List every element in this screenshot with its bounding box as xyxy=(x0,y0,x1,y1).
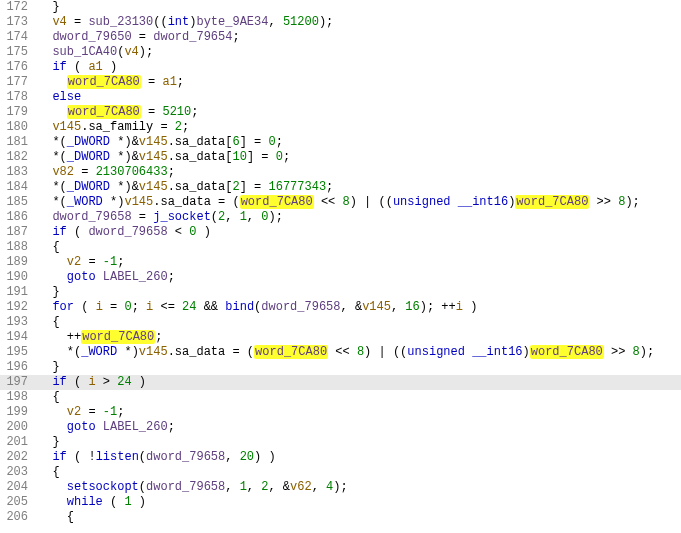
token-op: ; xyxy=(177,75,184,89)
line-number: 201 xyxy=(0,435,34,450)
token-op: *)& xyxy=(110,150,139,164)
token-num: 8 xyxy=(343,195,350,209)
line-number: 181 xyxy=(0,135,34,150)
code-line[interactable]: 199 v2 = -1; xyxy=(0,405,681,420)
token-op: ] = xyxy=(247,150,276,164)
code-line[interactable]: 203 { xyxy=(0,465,681,480)
line-number: 180 xyxy=(0,120,34,135)
code-line[interactable]: 202 if ( !listen(dword_79658, 20) ) xyxy=(0,450,681,465)
code-line[interactable]: 180 v145.sa_family = 2; xyxy=(0,120,681,135)
token-num: 1 xyxy=(240,210,247,224)
code-line[interactable]: 189 v2 = -1; xyxy=(0,255,681,270)
token-lvar: v145 xyxy=(52,120,81,134)
token-gvar: dword_79650 xyxy=(52,30,131,44)
token-op: ; xyxy=(232,30,239,44)
code-line[interactable]: 182 *(_DWORD *)&v145.sa_data[10] = 0; xyxy=(0,150,681,165)
token-op: ) xyxy=(103,60,117,74)
token-op: *( xyxy=(52,150,66,164)
code-line[interactable]: 172 } xyxy=(0,0,681,15)
line-number: 199 xyxy=(0,405,34,420)
code-line[interactable]: 190 goto LABEL_260; xyxy=(0,270,681,285)
token-op: ); ++ xyxy=(420,300,456,314)
token-op: = xyxy=(141,105,163,119)
code-line[interactable]: 177 word_7CA80 = a1; xyxy=(0,75,681,90)
code-line[interactable]: 196 } xyxy=(0,360,681,375)
line-number: 177 xyxy=(0,75,34,90)
line-source: } xyxy=(34,435,60,450)
token-op: = xyxy=(141,75,163,89)
code-line[interactable]: 188 { xyxy=(0,240,681,255)
token-op: } xyxy=(52,435,59,449)
code-line[interactable]: 201 } xyxy=(0,435,681,450)
token-op: { xyxy=(52,390,59,404)
line-source: } xyxy=(34,360,60,375)
token-op: *) xyxy=(117,345,139,359)
token-op: ); xyxy=(333,480,347,494)
code-line[interactable]: 184 *(_DWORD *)&v145.sa_data[2] = 167773… xyxy=(0,180,681,195)
code-line[interactable]: 176 if ( a1 ) xyxy=(0,60,681,75)
code-line[interactable]: 198 { xyxy=(0,390,681,405)
code-line[interactable]: 191 } xyxy=(0,285,681,300)
token-lvar: i xyxy=(88,375,95,389)
token-gvar: byte_9AE34 xyxy=(196,15,268,29)
code-line[interactable]: 194 ++word_7CA80; xyxy=(0,330,681,345)
token-num: 24 xyxy=(117,375,131,389)
code-line[interactable]: 206 { xyxy=(0,510,681,525)
token-op xyxy=(451,195,458,209)
token-op: ; xyxy=(168,270,175,284)
token-op: , & xyxy=(341,300,363,314)
highlighted-token: word_7CA80 xyxy=(81,330,155,344)
code-line[interactable]: 195 *(_WORD *)v145.sa_data = (word_7CA80… xyxy=(0,345,681,360)
token-num: 16 xyxy=(405,300,419,314)
token-op: ); xyxy=(139,45,153,59)
token-lvar: v4 xyxy=(52,15,66,29)
line-source: v2 = -1; xyxy=(34,405,124,420)
token-op: ) xyxy=(463,300,477,314)
line-source: } xyxy=(34,285,60,300)
code-line[interactable]: 174 dword_79650 = dword_79654; xyxy=(0,30,681,45)
token-op: ); xyxy=(625,195,639,209)
token-typ: _WORD xyxy=(81,345,117,359)
token-lvar: v145 xyxy=(124,195,153,209)
token-typ: unsigned xyxy=(407,345,465,359)
token-op: *( xyxy=(52,195,66,209)
token-op: ( xyxy=(67,60,89,74)
token-num: 1 xyxy=(240,480,247,494)
code-line[interactable]: 173 v4 = sub_23130((int)byte_9AE34, 5120… xyxy=(0,15,681,30)
line-source: sub_1CA40(v4); xyxy=(34,45,153,60)
code-line[interactable]: 181 *(_DWORD *)&v145.sa_data[6] = 0; xyxy=(0,135,681,150)
line-number: 206 xyxy=(0,510,34,525)
code-line[interactable]: 178 else xyxy=(0,90,681,105)
line-source: *(_WORD *)v145.sa_data = (word_7CA80 << … xyxy=(34,195,640,210)
code-line[interactable]: 185 *(_WORD *)v145.sa_data = (word_7CA80… xyxy=(0,195,681,210)
code-line[interactable]: 193 { xyxy=(0,315,681,330)
code-line[interactable]: 183 v82 = 2130706433; xyxy=(0,165,681,180)
decompiler-code-view[interactable]: 172 }173 v4 = sub_23130((int)byte_9AE34,… xyxy=(0,0,681,525)
token-op: ; xyxy=(182,120,189,134)
token-lvar: v82 xyxy=(52,165,74,179)
line-source: v82 = 2130706433; xyxy=(34,165,175,180)
code-line[interactable]: 186 dword_79658 = j_socket(2, 1, 0); xyxy=(0,210,681,225)
token-op: .sa_data = ( xyxy=(153,195,239,209)
token-op: ) | (( xyxy=(350,195,393,209)
token-typ: __int16 xyxy=(472,345,522,359)
line-source: dword_79650 = dword_79654; xyxy=(34,30,240,45)
token-op: = xyxy=(67,15,89,29)
code-line[interactable]: 197 if ( i > 24 ) xyxy=(0,375,681,390)
line-number: 195 xyxy=(0,345,34,360)
token-op: ) xyxy=(196,225,210,239)
code-line[interactable]: 187 if ( dword_79658 < 0 ) xyxy=(0,225,681,240)
token-op: >> xyxy=(604,345,633,359)
token-op: } xyxy=(52,360,59,374)
code-line[interactable]: 205 while ( 1 ) xyxy=(0,495,681,510)
code-line[interactable]: 175 sub_1CA40(v4); xyxy=(0,45,681,60)
token-gvar: LABEL_260 xyxy=(103,420,168,434)
highlighted-token: word_7CA80 xyxy=(254,345,328,359)
line-source: if ( dword_79658 < 0 ) xyxy=(34,225,211,240)
code-line[interactable]: 179 word_7CA80 = 5210; xyxy=(0,105,681,120)
code-line[interactable]: 200 goto LABEL_260; xyxy=(0,420,681,435)
code-line[interactable]: 204 setsockopt(dword_79658, 1, 2, &v62, … xyxy=(0,480,681,495)
line-number: 191 xyxy=(0,285,34,300)
code-line[interactable]: 192 for ( i = 0; i <= 24 && bind(dword_7… xyxy=(0,300,681,315)
token-op: , xyxy=(247,480,261,494)
